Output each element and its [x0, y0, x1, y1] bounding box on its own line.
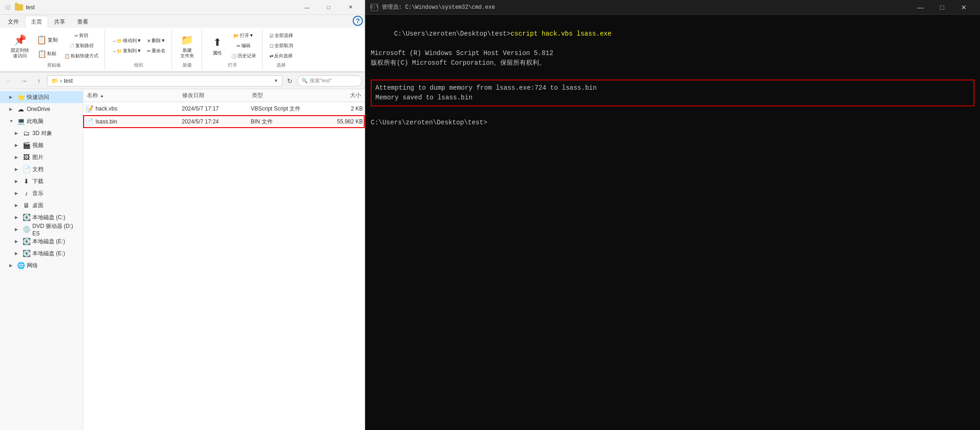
lsassbin-date: 2024/5/7 17:24	[182, 118, 251, 125]
paste-button[interactable]: 📋 粘贴	[33, 48, 61, 59]
nav-item-music[interactable]: ▶ ♪ 音乐	[0, 187, 83, 199]
lsassbin-type: BIN 文件	[251, 118, 319, 126]
pin-icon: 📌	[12, 33, 27, 48]
deselect-all-button[interactable]: ☐ 全部取消	[267, 41, 295, 50]
quickaccess-label: 快速访问	[27, 93, 49, 101]
copy-path-button[interactable]: 📄 复制路径	[62, 41, 101, 50]
forward-button[interactable]: →	[18, 74, 31, 87]
lsassbin-icon: 📄	[85, 117, 94, 126]
history-button[interactable]: 🕒 历史记录	[229, 51, 258, 61]
search-icon: 🔍	[301, 78, 308, 84]
address-bar[interactable]: 📁 › test ▼	[47, 75, 282, 86]
cmd-body[interactable]: C:\Users\zeroten\Desktop\test>cscript ha…	[365, 15, 980, 430]
address-path: test	[64, 78, 73, 84]
cmd-close-button[interactable]: ✕	[953, 0, 974, 15]
nav-item-documents[interactable]: ▶ 📄 文档	[0, 163, 83, 175]
new-buttons: 📁 新建文件夹	[177, 31, 198, 61]
lsassbin-size: 55,982 KB	[320, 118, 363, 125]
tab-home[interactable]: 主页	[25, 16, 48, 28]
close-button[interactable]: ✕	[340, 0, 361, 15]
paste-icon: 📋	[38, 49, 46, 58]
cmd-prompt-1: C:\Users\zeroten\Desktop\test>	[394, 30, 510, 37]
search-placeholder: 搜索"test"	[310, 77, 332, 84]
3dobjects-icon: 🗂	[22, 129, 31, 137]
locale-chevron: ▶	[15, 239, 20, 244]
hackvbs-name: hack.vbs	[96, 105, 182, 112]
minimize-button[interactable]: —	[296, 0, 318, 15]
back-button[interactable]: ←	[3, 74, 16, 87]
cmd-line-6: C:\Users\zeroten\Desktop\test>	[371, 118, 974, 128]
col-size-header[interactable]: 大小	[319, 89, 363, 102]
move-icon: →📁	[112, 38, 122, 43]
file-pane: 名称 ▲ 修改日期 类型 大小 📝 hack.vbs 2024/5/	[83, 89, 365, 430]
rename-button[interactable]: ✏ 重命名	[145, 46, 168, 55]
move-to-button[interactable]: →📁 移动到▼	[110, 36, 144, 45]
edit-button[interactable]: ✏ 编辑	[229, 41, 258, 50]
cut-button[interactable]: ✂ 剪切	[62, 31, 101, 40]
onedrive-chevron: ▶	[9, 107, 15, 111]
hackvbs-size: 2 KB	[320, 105, 363, 112]
refresh-button[interactable]: ↻	[284, 75, 295, 86]
invert-selection-button[interactable]: ⇄ 反向选择	[267, 51, 295, 61]
nav-item-3dobjects[interactable]: ▶ 🗂 3D 对象	[0, 127, 83, 139]
properties-button[interactable]: ⬆ 属性	[207, 33, 228, 59]
new-folder-button[interactable]: 📁 新建文件夹	[177, 31, 198, 61]
nav-item-desktop[interactable]: ▶ 🖥 桌面	[0, 199, 83, 211]
nav-item-pictures[interactable]: ▶ 🖼 图片	[0, 151, 83, 163]
paste-shortcut-button[interactable]: 📋 粘贴快捷方式	[62, 51, 101, 61]
dvdd-icon: 💿	[22, 225, 31, 233]
sort-icon: ▲	[100, 93, 104, 98]
desktop-label: 桌面	[32, 202, 43, 209]
thispc-label: 此电脑	[27, 117, 43, 125]
lsassbin-name: lsass.bin	[96, 118, 182, 125]
explorer-titlebar: ⬜ test — □ ✕	[0, 0, 365, 15]
hackvbs-date: 2024/5/7 17:17	[182, 105, 251, 112]
clipboard-group-label: 剪贴板	[47, 61, 61, 68]
music-chevron: ▶	[15, 191, 20, 196]
nav-item-network[interactable]: ▶ 🌐 网络	[0, 259, 83, 271]
nav-item-localc[interactable]: ▶ 💽 本地磁盘 (C:)	[0, 211, 83, 223]
file-row-hackvbs[interactable]: 📝 hack.vbs 2024/5/7 17:17 VBScript Scrip…	[83, 102, 365, 115]
downloads-chevron: ▶	[15, 179, 20, 184]
address-toolbar: ← → ↑ 📁 › test ▼ ↻ 🔍 搜索"test"	[0, 73, 365, 89]
nav-item-videos[interactable]: ▶ 🎬 视频	[0, 139, 83, 151]
copy-to-button[interactable]: →📁 复制到▼	[110, 46, 144, 55]
pin-to-quickaccess-button[interactable]: 📌 固定到快速访问	[7, 31, 32, 61]
thispc-icon: 💻	[17, 117, 25, 125]
tab-view[interactable]: 查看	[71, 16, 94, 28]
nav-item-locale[interactable]: ▶ 💽 本地磁盘 (E:)	[0, 235, 83, 247]
maximize-button[interactable]: □	[318, 0, 339, 15]
tab-share[interactable]: 共享	[48, 16, 71, 28]
file-row-lsassbin[interactable]: 📄 lsass.bin 2024/5/7 17:24 BIN 文件 55,982…	[83, 115, 365, 128]
cmd-highlight-output: Attempting to dump memory from lsass.exe…	[371, 80, 974, 106]
tab-file[interactable]: 文件	[2, 16, 25, 28]
cut-icon: ✂	[74, 33, 78, 38]
up-button[interactable]: ↑	[32, 74, 45, 87]
copy-button[interactable]: 📋 复制	[33, 32, 61, 47]
locale2-label: 本地磁盘 (E:)	[32, 250, 65, 258]
system-menu-icon[interactable]: ⬜	[4, 4, 11, 11]
nav-item-onedrive[interactable]: ▶ ☁ OneDrive	[0, 103, 83, 115]
cmd-line-2: Microsoft (R) Windows Script Host Versio…	[371, 49, 974, 58]
select-all-button[interactable]: ☑ 全部选择	[267, 31, 295, 40]
nav-item-locale2[interactable]: ▶ 💽 本地磁盘 (E:)	[0, 247, 83, 259]
col-date-header[interactable]: 修改日期	[180, 89, 250, 102]
ribbon-help-button[interactable]: ?	[353, 16, 363, 26]
search-box[interactable]: 🔍 搜索"test"	[297, 75, 362, 86]
nav-item-downloads[interactable]: ▶ ⬇ 下载	[0, 175, 83, 187]
col-type-header[interactable]: 类型	[250, 89, 319, 102]
cmd-maximize-button[interactable]: □	[931, 0, 953, 15]
select-buttons: ☑ 全部选择 ☐ 全部取消 ⇄ 反向选择	[267, 31, 295, 61]
nav-item-quickaccess[interactable]: ▶ ⭐ 快速访问	[0, 91, 83, 103]
nav-item-dvdd[interactable]: ▶ 💿 DVD 驱动器 (D:) ES	[0, 223, 83, 235]
nav-item-thispc[interactable]: ▼ 💻 此电脑	[0, 115, 83, 127]
cmd-title: 管理员: C:\Windows\system32\cmd.exe	[382, 3, 906, 11]
rename-icon: ✏	[147, 49, 151, 54]
locale-icon: 💽	[22, 237, 31, 246]
network-icon: 🌐	[17, 261, 25, 270]
cmd-minimize-button[interactable]: —	[910, 0, 931, 15]
ribbon: 文件 主页 共享 查看 ? 📌 固定到快速访问	[0, 15, 365, 73]
col-name-header[interactable]: 名称 ▲	[85, 89, 180, 102]
delete-button[interactable]: ✕ 删除▼	[145, 36, 168, 45]
open-button[interactable]: 📂 打开▼	[229, 31, 258, 40]
